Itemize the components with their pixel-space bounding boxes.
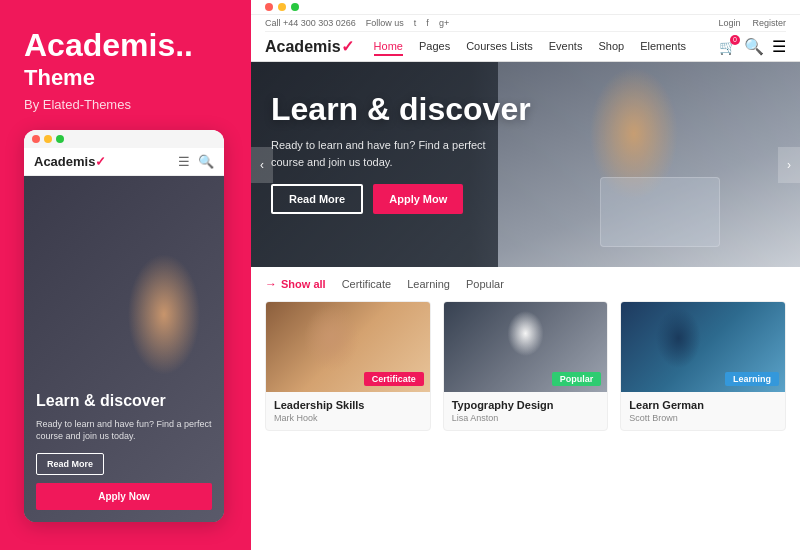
browser-panel: Call +44 300 303 0266 Follow us t f g+ L… (248, 0, 800, 550)
course-card-1-image: Certificate (266, 302, 430, 392)
social-icon-gplus[interactable]: g+ (439, 18, 449, 28)
course-card-3-badge: Learning (725, 372, 779, 386)
filter-bar: → Show all Certificate Learning Popular (265, 277, 786, 291)
nav-link-home[interactable]: Home (374, 38, 403, 56)
login-link[interactable]: Login (718, 18, 740, 28)
nav-link-shop[interactable]: Shop (598, 38, 624, 56)
course-card-3-title: Learn German (629, 399, 777, 411)
social-icon-twitter[interactable]: t (414, 18, 417, 28)
app-subtitle: Theme (24, 65, 224, 91)
nav-logo-check: ✓ (341, 38, 354, 55)
browser-dot-green (291, 3, 299, 11)
util-right: Login Register (718, 18, 786, 28)
cart-icon[interactable]: 🛒0 (719, 39, 736, 55)
search-icon[interactable]: 🔍 (198, 154, 214, 169)
hero-subtitle: Ready to learn and have fun? Find a perf… (271, 137, 521, 170)
browser-dots-bar (251, 0, 800, 15)
social-icon-fb[interactable]: f (426, 18, 429, 28)
filter-arrow-icon: → (265, 277, 277, 291)
dot-red (32, 135, 40, 143)
nav-menu-icon[interactable]: ☰ (772, 37, 786, 56)
course-cards: Certificate Leadership Skills Mark Hook … (265, 301, 786, 431)
nav-logo: Academis✓ (265, 37, 354, 56)
nav-link-events[interactable]: Events (549, 38, 583, 56)
mobile-hero-title: Learn & discover (36, 391, 212, 410)
mobile-mockup: Academis✓ ☰ 🔍 Learn & discover Ready to … (24, 130, 224, 522)
dot-yellow (44, 135, 52, 143)
course-card-1-author: Mark Hook (274, 413, 422, 423)
follow-us-label: Follow us (366, 18, 404, 28)
mobile-logo: Academis✓ (34, 154, 106, 169)
app-author: By Elated-Themes (24, 97, 224, 112)
filter-show-all-label: Show all (281, 278, 326, 290)
course-card-3-image: Learning (621, 302, 785, 392)
mobile-hero-content: Learn & discover Ready to learn and have… (36, 391, 212, 510)
menu-icon[interactable]: ☰ (178, 154, 190, 169)
hero-content: Learn & discover Ready to learn and have… (251, 62, 800, 244)
filter-show-all[interactable]: → Show all (265, 277, 326, 291)
filter-popular[interactable]: Popular (466, 278, 504, 290)
course-card-2-image: Popular (444, 302, 608, 392)
course-card-1: Certificate Leadership Skills Mark Hook (265, 301, 431, 431)
dot-green (56, 135, 64, 143)
mobile-read-more-button[interactable]: Read More (36, 453, 104, 475)
course-card-3-author: Scott Brown (629, 413, 777, 423)
cart-badge-count: 0 (730, 35, 740, 45)
hero-prev-button[interactable]: ‹ (251, 147, 273, 183)
nav-search-icon[interactable]: 🔍 (744, 37, 764, 56)
courses-section: → Show all Certificate Learning Popular … (251, 267, 800, 550)
util-left: Call +44 300 303 0266 Follow us t f g+ (265, 18, 449, 28)
browser-top-bar: Call +44 300 303 0266 Follow us t f g+ L… (251, 15, 800, 62)
course-card-1-info: Leadership Skills Mark Hook (266, 392, 430, 430)
nav-link-courses[interactable]: Courses Lists (466, 38, 533, 56)
hero-title: Learn & discover (271, 92, 780, 127)
course-card-2-author: Lisa Anston (452, 413, 600, 423)
course-card-3-info: Learn German Scott Brown (621, 392, 785, 430)
mobile-apply-now-button[interactable]: Apply Now (36, 483, 212, 510)
course-card-2-info: Typography Design Lisa Anston (444, 392, 608, 430)
filter-certificate[interactable]: Certificate (342, 278, 392, 290)
hero-buttons: Read More Apply Mow (271, 184, 780, 214)
mobile-nav-icons: ☰ 🔍 (178, 154, 214, 169)
course-card-3: Learning Learn German Scott Brown (620, 301, 786, 431)
util-bar: Call +44 300 303 0266 Follow us t f g+ L… (265, 15, 786, 32)
nav-link-pages[interactable]: Pages (419, 38, 450, 56)
course-card-1-badge: Certificate (364, 372, 424, 386)
left-panel: Academis.. Theme By Elated-Themes Academ… (0, 0, 248, 550)
mobile-nav: Academis✓ ☰ 🔍 (24, 148, 224, 176)
hero-apply-now-button[interactable]: Apply Mow (373, 184, 463, 214)
mobile-dots-bar (24, 130, 224, 148)
course-card-2-title: Typography Design (452, 399, 600, 411)
hero-section: Learn & discover Ready to learn and have… (251, 62, 800, 267)
mobile-logo-check: ✓ (95, 154, 106, 169)
mobile-hero-text: Ready to learn and have fun? Find a perf… (36, 418, 212, 443)
phone-number: Call +44 300 303 0266 (265, 18, 356, 28)
nav-right-icons: 🛒0 🔍 ☰ (719, 37, 786, 56)
mobile-logo-text: Academis (34, 154, 95, 169)
course-card-1-title: Leadership Skills (274, 399, 422, 411)
app-title: Academis.. (24, 28, 224, 63)
nav-links: Home Pages Courses Lists Events Shop Ele… (374, 38, 719, 56)
nav-link-elements[interactable]: Elements (640, 38, 686, 56)
filter-learning[interactable]: Learning (407, 278, 450, 290)
course-card-2: Popular Typography Design Lisa Anston (443, 301, 609, 431)
browser-dot-yellow (278, 3, 286, 11)
hero-next-button[interactable]: › (778, 147, 800, 183)
course-card-2-badge: Popular (552, 372, 602, 386)
main-nav: Academis✓ Home Pages Courses Lists Event… (265, 32, 786, 61)
hero-read-more-button[interactable]: Read More (271, 184, 363, 214)
browser-dot-red (265, 3, 273, 11)
register-link[interactable]: Register (752, 18, 786, 28)
mobile-hero: Learn & discover Ready to learn and have… (24, 176, 224, 522)
